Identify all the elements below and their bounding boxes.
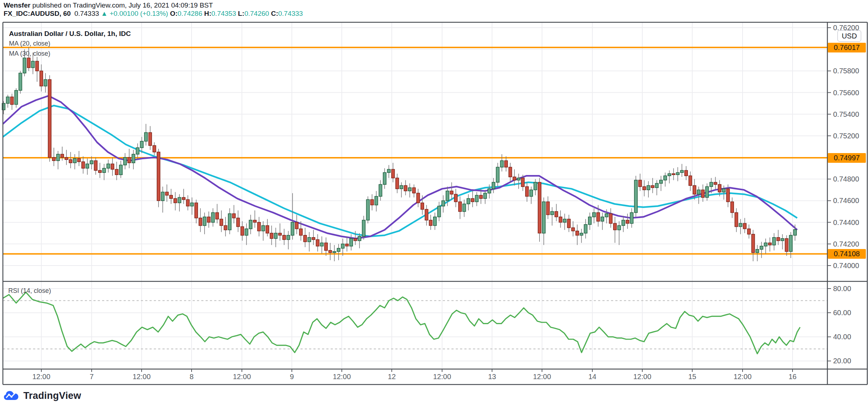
rsi-legend[interactable]: RSI (14, close) [8, 287, 51, 295]
candle [563, 219, 566, 222]
candle [534, 182, 537, 190]
candle [701, 190, 704, 197]
time-axis-label: 12:00 [728, 373, 757, 381]
candle [207, 217, 210, 222]
candle [668, 174, 671, 176]
time-axis-label: 15 [678, 373, 707, 381]
tradingview-logo-text: TradingView [23, 390, 81, 401]
candle [664, 176, 667, 180]
candle [44, 79, 47, 86]
candle [706, 187, 708, 197]
candle [626, 220, 629, 224]
candle [559, 217, 562, 222]
candle [308, 238, 311, 242]
candle [266, 226, 269, 233]
price-level-badge[interactable]: 0.76017 [828, 43, 866, 52]
price-chart[interactable] [0, 0, 868, 405]
rsi-tick-label: 60.00 [833, 309, 865, 317]
time-axis-label: 12:00 [228, 373, 256, 381]
candle [245, 229, 248, 235]
candle [391, 169, 394, 178]
candle [605, 214, 608, 217]
time-axis-label: 12:00 [628, 373, 657, 381]
candle [634, 180, 637, 212]
candle [630, 213, 633, 224]
candle [236, 218, 239, 227]
candle [52, 157, 55, 161]
candle [78, 158, 81, 162]
tradingview-snapshot: Wensfer published on TradingView.com, Ju… [0, 0, 868, 405]
candle [676, 172, 679, 175]
candle [19, 73, 22, 90]
time-axis-label: 12:00 [528, 373, 556, 381]
candle [697, 190, 700, 194]
candle [291, 222, 294, 235]
candle [136, 148, 139, 154]
candle [546, 202, 549, 215]
time-axis-label: 12:00 [428, 373, 456, 381]
candle [153, 146, 156, 152]
rsi-line[interactable] [3, 292, 800, 354]
candle [354, 239, 357, 241]
candle [479, 195, 482, 198]
candle [165, 192, 168, 195]
candle [568, 219, 570, 228]
time-axis-label: 7 [77, 373, 106, 381]
candle [102, 168, 105, 172]
candle [128, 157, 130, 163]
ma20-legend[interactable]: MA (20, close) [9, 40, 50, 47]
candle [65, 157, 68, 160]
candle [496, 167, 499, 182]
price-level-badge[interactable]: 0.74997 [828, 153, 866, 163]
price-tick-label: 0.74800 [833, 175, 865, 183]
ma30-legend[interactable]: MA (30, close) [9, 50, 50, 57]
candle [597, 213, 600, 221]
candle [362, 220, 365, 236]
candle [73, 158, 76, 163]
candle [588, 217, 591, 225]
candle [555, 212, 558, 217]
candle [785, 239, 788, 252]
candle [622, 220, 625, 226]
time-axis-label: 12:00 [327, 373, 356, 381]
candle [614, 224, 616, 230]
candle [421, 203, 424, 210]
candle [789, 235, 792, 252]
candle [149, 133, 152, 146]
candle [337, 248, 340, 252]
candle [735, 213, 738, 227]
time-axis-label: 16 [778, 373, 807, 381]
candle [672, 174, 675, 175]
tradingview-logo[interactable]: TradingView [4, 390, 81, 401]
candle [689, 176, 692, 185]
candle [617, 226, 620, 230]
candle [228, 214, 231, 230]
currency-badge[interactable]: USD [837, 30, 861, 42]
candle [731, 202, 734, 213]
candle [714, 182, 717, 184]
candle [283, 235, 285, 240]
chart-title: Australian Dollar / U.S. Dollar, 1h, IDC [9, 30, 131, 38]
candle [722, 189, 725, 192]
candle [320, 243, 323, 246]
candle [396, 178, 399, 189]
candle [505, 161, 508, 167]
candle [249, 220, 252, 229]
candle [48, 79, 51, 157]
candle [429, 220, 432, 226]
time-axis-label: 9 [277, 373, 306, 381]
price-level-badge[interactable]: 0.74108 [828, 249, 866, 259]
candle [10, 97, 13, 105]
candle [316, 240, 319, 246]
rsi-tick-label: 20.00 [833, 357, 865, 365]
candle [471, 198, 474, 202]
candle [312, 238, 315, 240]
candle [203, 217, 206, 226]
candle [140, 141, 143, 148]
candle [299, 229, 302, 235]
candle [333, 252, 336, 253]
candle [241, 227, 244, 235]
candle [90, 161, 93, 164]
candle [27, 58, 30, 68]
price-tick-label: 0.75400 [833, 110, 865, 119]
